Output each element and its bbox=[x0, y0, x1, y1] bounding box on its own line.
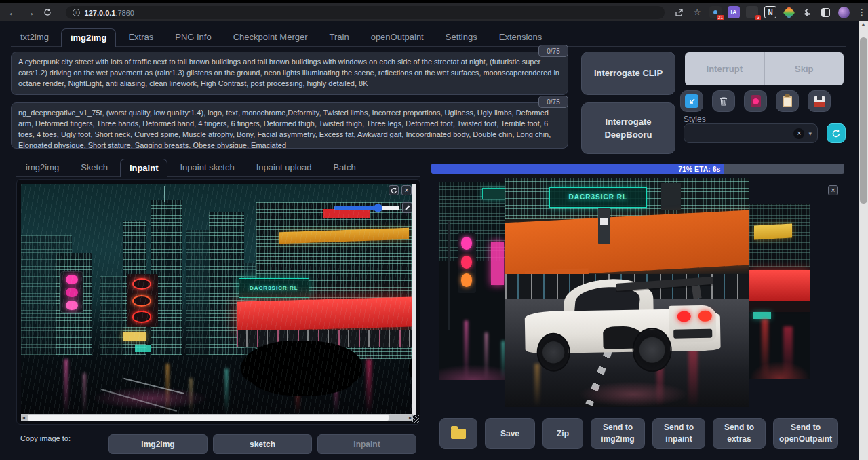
url-port: :7860 bbox=[115, 9, 134, 17]
paste-params-button[interactable] bbox=[680, 90, 703, 112]
tab-settings[interactable]: Settings bbox=[436, 28, 487, 46]
prompt-token-counter: 0/75 bbox=[538, 45, 568, 57]
profile-avatar[interactable] bbox=[837, 6, 850, 18]
apply-style-button[interactable] bbox=[776, 90, 799, 112]
browser-reload-icon[interactable] bbox=[39, 5, 56, 19]
subtab-inpaint-sketch[interactable]: Inpaint sketch bbox=[170, 158, 243, 176]
tab-extras[interactable]: Extras bbox=[119, 28, 163, 46]
url-host: 127.0.0.1 bbox=[85, 9, 116, 17]
browser-forward-icon[interactable]: → bbox=[22, 5, 39, 19]
interrupt-button[interactable]: Interrupt bbox=[685, 52, 765, 85]
dark-mode-icon[interactable] bbox=[819, 6, 831, 18]
output-image-preview[interactable]: DACR3SICR RL bbox=[505, 178, 749, 407]
interrupt-skip-group: Interrupt Skip bbox=[685, 52, 844, 85]
floppy-icon bbox=[814, 96, 825, 107]
tab-txt2img[interactable]: txt2img bbox=[11, 28, 58, 46]
styles-dropdown[interactable]: × ▾ bbox=[684, 123, 818, 143]
extra-networks-button[interactable] bbox=[744, 90, 767, 112]
browser-back-icon[interactable]: ← bbox=[4, 5, 22, 19]
paste-arrow-icon bbox=[685, 94, 698, 108]
prompt-input[interactable]: A cyberpunk city street with lots of tra… bbox=[11, 52, 568, 95]
refresh-icon bbox=[831, 129, 841, 138]
extension-badge-2: 3 bbox=[755, 15, 761, 20]
copy-image-to-label: Copy image to: bbox=[20, 434, 71, 442]
copy-to-sketch-button[interactable]: sketch bbox=[213, 434, 312, 454]
scroll-up-arrow[interactable]: ▲ bbox=[859, 22, 868, 26]
send-to-img2img-button[interactable]: Send to img2img bbox=[591, 418, 645, 449]
brush-adjust-button[interactable] bbox=[402, 202, 412, 213]
img2img-subtabs: img2img Sketch Inpaint Inpaint sketch In… bbox=[16, 160, 420, 177]
send-to-openoutpaint-button[interactable]: Send to openOutpaint bbox=[773, 418, 838, 449]
close-gallery-button[interactable]: × bbox=[828, 185, 838, 195]
negative-prompt-input[interactable]: ng_deepnegative_v1_75t, (worst quality, … bbox=[11, 102, 568, 149]
resize-grip[interactable] bbox=[411, 415, 419, 423]
browser-toolbar: ← → i 127.0.0.1:7860 ☆ 21 IA 3 N bbox=[0, 3, 868, 21]
clipboard-icon bbox=[783, 96, 792, 107]
share-icon[interactable] bbox=[673, 6, 685, 18]
brush-size-slider[interactable] bbox=[334, 206, 399, 210]
subtab-batch[interactable]: Batch bbox=[323, 158, 365, 176]
zip-button[interactable]: Zip bbox=[542, 418, 583, 449]
undo-button[interactable] bbox=[389, 185, 399, 195]
tab-png-info[interactable]: PNG Info bbox=[165, 28, 220, 46]
canvas-vertical-scrollbar[interactable] bbox=[412, 184, 416, 415]
interrogate-deepbooru-button[interactable]: Interrogate DeepBooru bbox=[581, 102, 675, 154]
bookmark-star-icon[interactable]: ☆ bbox=[691, 6, 703, 18]
extension-icon-2[interactable]: 3 bbox=[746, 6, 758, 18]
skip-button[interactable]: Skip bbox=[765, 52, 844, 85]
preview-orange-banner bbox=[505, 210, 749, 279]
page-scrollbar[interactable]: ▲ bbox=[859, 21, 868, 460]
send-to-inpaint-button[interactable]: Send to inpaint bbox=[652, 418, 705, 449]
tab-openoutpaint[interactable]: openOutpaint bbox=[361, 28, 433, 46]
tab-train[interactable]: Train bbox=[320, 28, 359, 46]
tab-checkpoint-merger[interactable]: Checkpoint Merger bbox=[224, 28, 317, 46]
subtab-sketch[interactable]: Sketch bbox=[71, 158, 117, 176]
send-to-extras-button[interactable]: Send to extras bbox=[713, 418, 766, 449]
inpaint-canvas-panel: DACR3SICR RL bbox=[16, 179, 420, 425]
styles-clear-icon[interactable]: × bbox=[793, 128, 804, 139]
browser-menu-icon[interactable]: ⋮ bbox=[856, 6, 868, 18]
interrogate-clip-button[interactable]: Interrogate CLIP bbox=[581, 52, 675, 95]
folder-icon bbox=[451, 429, 466, 439]
extension-icon-1[interactable]: 21 bbox=[709, 6, 722, 18]
generation-progress-bar: 71% ETA: 6s bbox=[431, 164, 844, 174]
url-bar[interactable]: i 127.0.0.1:7860 bbox=[66, 6, 665, 19]
progress-fill: 71% ETA: 6s bbox=[431, 164, 724, 174]
save-button[interactable]: Save bbox=[485, 418, 535, 449]
gallery-actions: Save Zip Send to img2img Send to inpaint… bbox=[439, 418, 842, 449]
slider-handle[interactable] bbox=[374, 204, 382, 212]
inpaint-source-image[interactable]: DACR3SICR RL bbox=[21, 184, 413, 415]
extension-diamond-icon[interactable] bbox=[783, 6, 795, 18]
canvas-hscroll-thumb[interactable] bbox=[28, 415, 389, 421]
save-style-button[interactable] bbox=[808, 90, 831, 112]
main-tabs: txt2img img2img Extras PNG Info Checkpoi… bbox=[11, 30, 846, 47]
copy-to-inpaint-button[interactable]: inpaint bbox=[317, 434, 416, 454]
pencil-icon bbox=[404, 205, 410, 211]
canvas-horizontal-scrollbar[interactable]: ◂ ▸ bbox=[21, 414, 413, 421]
app-root: ← → i 127.0.0.1:7860 ☆ 21 IA 3 N bbox=[0, 0, 868, 460]
trash-icon bbox=[719, 96, 728, 107]
subtab-img2img[interactable]: img2img bbox=[16, 158, 68, 176]
extension-ia-icon[interactable]: IA bbox=[728, 6, 740, 18]
refresh-styles-button[interactable] bbox=[827, 123, 846, 143]
scroll-left-icon[interactable]: ◂ bbox=[22, 415, 25, 421]
extension-n-icon[interactable]: N bbox=[764, 6, 776, 18]
clear-prompt-button[interactable] bbox=[712, 90, 735, 112]
output-image-right-edge bbox=[749, 204, 810, 379]
page-scrollbar-thumb[interactable] bbox=[860, 37, 867, 204]
output-gallery: DACR3SICR RL bbox=[431, 175, 844, 415]
chevron-down-icon: ▾ bbox=[808, 130, 812, 137]
white-supercar bbox=[524, 277, 721, 372]
subtab-inpaint-upload[interactable]: Inpaint upload bbox=[247, 158, 321, 176]
site-info-icon[interactable]: i bbox=[73, 9, 80, 16]
tab-extensions[interactable]: Extensions bbox=[490, 28, 552, 46]
tab-img2img[interactable]: img2img bbox=[61, 28, 116, 47]
extensions-puzzle-icon[interactable] bbox=[801, 6, 813, 18]
clear-canvas-button[interactable]: × bbox=[401, 185, 412, 195]
styles-label: Styles bbox=[684, 115, 706, 124]
undo-icon bbox=[391, 187, 397, 194]
copy-to-img2img-button[interactable]: img2img bbox=[108, 434, 208, 454]
extension-badge-1: 21 bbox=[717, 15, 724, 20]
subtab-inpaint[interactable]: Inpaint bbox=[120, 159, 168, 177]
open-folder-button[interactable] bbox=[439, 418, 477, 449]
